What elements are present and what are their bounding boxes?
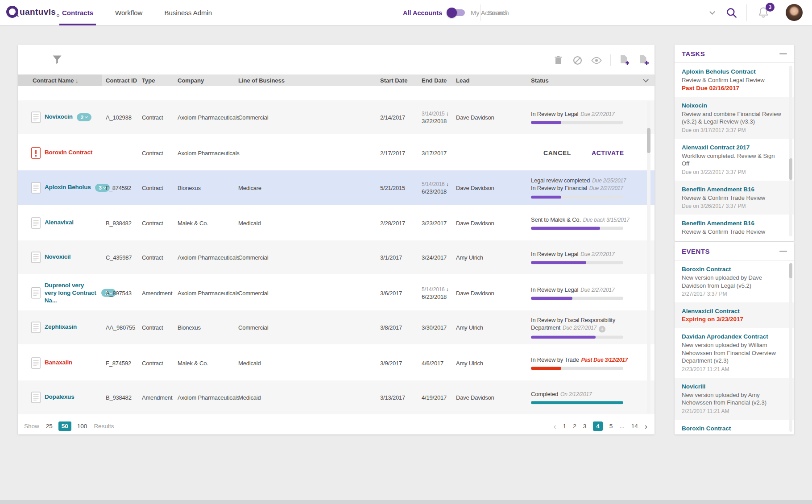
contract-name-link[interactable]: Dopalexus (45, 393, 74, 401)
divider (481, 4, 481, 21)
contract-name-link[interactable]: Banaxalin (45, 359, 72, 367)
company-cell: Malek & Co. (178, 219, 208, 226)
export-document-icon[interactable] (619, 55, 630, 66)
version-count-badge[interactable]: 2 (77, 113, 91, 121)
task-item-aploxin-beholus-contract[interactable]: Aploxin Beholus Contract Review & Confir… (675, 63, 794, 97)
column-header-contract-name[interactable]: Contract Name ↓ (33, 77, 79, 84)
lead-cell: Dave Davidson (456, 184, 494, 191)
contract-name-link[interactable]: Duprenol very very long Contract Na... (45, 281, 97, 304)
task-item-beneflin-amendment-b16[interactable]: Beneflin Amendment B16 Review & Confirm … (675, 215, 794, 241)
contract-name-link[interactable]: Alenavixal (45, 219, 74, 227)
pagination-bar: Show 2550100 Results ‹ 12345...14 › (18, 418, 655, 434)
watch-eye-icon[interactable] (591, 55, 602, 66)
task-item-title[interactable]: Alenvaxil Contract 2017 (682, 144, 783, 151)
status-progress-bar (531, 227, 623, 230)
search-input[interactable]: Search (488, 0, 509, 25)
table-row-novoxicil[interactable]: Novoxicil C_435987 Contract Axolom Pharm… (18, 240, 655, 276)
column-header-company[interactable]: Company (178, 77, 204, 84)
table-row-aploxin-beholus[interactable]: Aploxin Beholus 3 F_874592 Contract Bion… (18, 170, 655, 206)
activate-button[interactable]: ACTIVATE (592, 149, 624, 157)
contract-name-link[interactable]: Novixocin (45, 113, 73, 121)
user-avatar[interactable] (786, 4, 803, 21)
column-header-end-date[interactable]: End Date (422, 77, 447, 84)
contract-id-cell: F_874592 (106, 359, 131, 366)
search-scope-chevron-icon[interactable] (709, 9, 715, 15)
filter-icon[interactable] (52, 55, 62, 66)
table-row-alenavixal[interactable]: Alenavixal B_938482 Contract Malek & Co.… (18, 206, 655, 241)
table-row-banaxalin[interactable]: Banaxalin F_874592 Contract Malek & Co. … (18, 346, 655, 381)
table-row-novixocin[interactable]: Novixocin 2 A_102938 Contract Axolom Pha… (18, 100, 655, 136)
column-header-line-of-business[interactable]: Line of Business (238, 77, 285, 84)
events-scrollbar-track[interactable] (789, 263, 792, 432)
status-expand-plus-icon[interactable]: + (599, 326, 605, 332)
contract-name-link[interactable]: Zephlixasin (45, 323, 77, 331)
table-row-duprenol-very-very-long-contract-na[interactable]: Duprenol very very long Contract Na... 2… (18, 276, 655, 311)
contract-name-cell: Novoxicil (31, 252, 116, 263)
event-item-alenvaxicil-contract[interactable]: Alenvaxicil Contract Expiring on 3/23/20… (675, 302, 794, 328)
page-14[interactable]: 14 (631, 423, 638, 430)
event-item-title[interactable]: Davidan Aprodandex Contract (682, 333, 783, 340)
table-row-boroxin-contract[interactable]: Boroxin Contract Contract Axolom Pharmac… (18, 136, 655, 171)
all-accounts-label[interactable]: All Accounts (403, 9, 442, 17)
events-collapse-icon[interactable] (779, 251, 787, 252)
previous-page-arrow[interactable]: ‹ (553, 422, 556, 430)
contract-name-link[interactable]: Novoxicil (45, 253, 70, 261)
column-header-status[interactable]: Status (531, 77, 549, 84)
table-row-zephlixasin[interactable]: Zephlixasin AA_980755 Contract Bionexus … (18, 310, 655, 346)
event-item-boroxin-contract[interactable]: Boroxin Contract New version uploaded by… (675, 260, 794, 302)
event-item-novicrill[interactable]: Novicrill New version uploaded by Amy Ne… (675, 378, 794, 420)
quantuvis-logo[interactable]: uantuvis (6, 6, 59, 18)
tasks-collapse-icon[interactable] (779, 53, 787, 54)
table-scrollbar-thumb[interactable] (647, 128, 650, 153)
task-item-title[interactable]: Beneflin Amendment B16 (682, 186, 783, 193)
lead-cell: Amy Ulrich (456, 324, 483, 330)
table-row-dopalexus[interactable]: Dopalexus B_938482 Amendment Axolom Phar… (18, 380, 655, 416)
contract-name-link[interactable]: Boroxin Contract (45, 149, 92, 157)
column-header-contract-id[interactable]: Contract ID (106, 77, 137, 84)
event-item-title[interactable]: Boroxin Contract (682, 425, 783, 432)
tab-business-admin[interactable]: Business Admin (162, 0, 215, 25)
page-size-50[interactable]: 50 (58, 421, 71, 431)
task-item-noixocin[interactable]: Noixocin Review and combine Financial Re… (675, 97, 794, 139)
column-header-lead[interactable]: Lead (456, 77, 469, 84)
event-item-davidan-aprodandex-contract[interactable]: Davidan Aprodandex Contract New version … (675, 328, 794, 378)
task-item-title[interactable]: Beneflin Amendment B16 (682, 220, 783, 227)
cancel-button[interactable]: CANCEL (543, 149, 571, 157)
event-item-title[interactable]: Alenvaxicil Contract (682, 308, 783, 314)
column-header-start-date[interactable]: Start Date (380, 77, 407, 84)
end-date-cell: 3/30/2017 (422, 324, 447, 330)
events-scrollbar-thumb[interactable] (789, 263, 792, 278)
page-4[interactable]: 4 (593, 421, 603, 431)
column-header-type[interactable]: Type (142, 77, 155, 84)
task-item-alenvaxil-contract-2017[interactable]: Alenvaxil Contract 2017 Workflow complet… (675, 139, 794, 181)
event-item-title[interactable]: Boroxin Contract (682, 266, 783, 273)
notification-count-badge[interactable]: 3 (766, 3, 775, 12)
event-item-title[interactable]: Novicrill (682, 383, 783, 390)
tasks-scrollbar-thumb[interactable] (789, 158, 792, 180)
event-item-boroxin-contract[interactable]: Boroxin Contract (675, 420, 794, 434)
page-2[interactable]: 2 (573, 423, 576, 430)
page-ellipsis: ... (619, 423, 624, 430)
add-document-icon[interactable] (638, 55, 649, 66)
tab-workflow[interactable]: Workflow (112, 0, 145, 25)
task-item-beneflin-amendment-b16[interactable]: Beneflin Amendment B16 Review & Confirm … (675, 181, 794, 215)
block-icon[interactable] (572, 55, 583, 66)
tab-contracts[interactable]: Contracts (59, 0, 96, 25)
delete-icon[interactable] (553, 55, 563, 66)
header-collapse-chevron-icon[interactable] (643, 77, 649, 83)
lead-cell: Amy Ulrich (456, 359, 483, 366)
task-item-title[interactable]: Noixocin (682, 102, 783, 109)
accounts-toggle[interactable] (448, 9, 465, 16)
page-1[interactable]: 1 (563, 423, 567, 430)
task-item-title[interactable]: Aploxin Beholus Contract (682, 68, 783, 75)
tasks-scrollbar-track[interactable] (789, 66, 792, 236)
page-size-25[interactable]: 25 (46, 423, 53, 430)
next-page-arrow[interactable]: › (645, 422, 647, 430)
page-5[interactable]: 5 (609, 423, 613, 430)
event-item-description: New version uploaded by Dave Davidson fr… (682, 274, 783, 289)
task-item-meta: Past Due 02/16/2017 (682, 85, 783, 91)
contract-name-link[interactable]: Aploxin Beholus (45, 184, 91, 191)
page-3[interactable]: 3 (583, 423, 587, 430)
page-size-100[interactable]: 100 (77, 423, 87, 430)
search-icon[interactable] (725, 7, 737, 21)
